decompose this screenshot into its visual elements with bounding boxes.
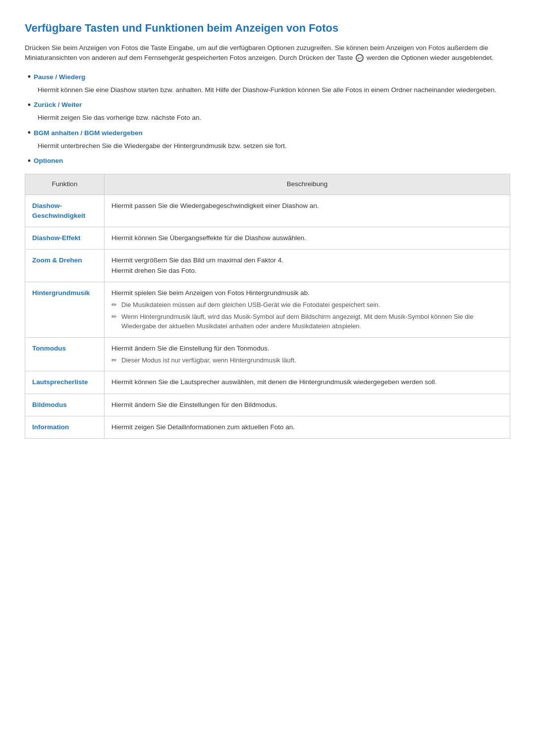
- pencil-icon: ✏: [111, 312, 119, 322]
- description-text: Hiermit zeigen Sie Detailinformationen z…: [111, 423, 295, 431]
- table-row: InformationHiermit zeigen Sie Detailinfo…: [25, 416, 510, 438]
- table-cell-description: Hiermit ändern Sie die Einstellungen für…: [105, 394, 510, 416]
- bullet-desc-zurueck: Hiermit zeigen Sie das vorherige bzw. nä…: [38, 113, 510, 123]
- description-text: Hiermit ändern Sie die Einstellung für d…: [111, 345, 269, 352]
- description-text: Hiermit vergrößern Sie das Bild um maxim…: [111, 256, 283, 274]
- table-cell-description: Hiermit können Sie die Lautsprecher ausw…: [105, 371, 510, 394]
- table-cell-function: Diashow-Geschwindigkeit: [25, 195, 105, 227]
- table-cell-function: Lautsprecherliste: [25, 371, 105, 394]
- bullet-item-zurueck: • Zurück / Weiter: [25, 100, 510, 110]
- col-description-header: Beschreibung: [105, 174, 510, 195]
- description-text: Hiermit können Sie Übergangseffekte für …: [111, 234, 306, 242]
- note-text: Wenn Hintergrundmusik läuft, wird das Mu…: [121, 312, 503, 331]
- bullet-item-optionen: • Optionen: [25, 156, 510, 166]
- description-text: Hiermit ändern Sie die Einstellungen für…: [111, 401, 277, 408]
- note-item: ✏Wenn Hintergrundmusik läuft, wird das M…: [111, 312, 503, 331]
- note-item: ✏Dieser Modus ist nur verfügbar, wenn Hi…: [111, 355, 503, 365]
- table-row: LautsprecherlisteHiermit können Sie die …: [25, 371, 510, 394]
- bullet-label-pause: Pause / Wiederg: [34, 72, 85, 82]
- table-cell-description: Hiermit zeigen Sie Detailinformationen z…: [105, 416, 510, 438]
- note-text: Die Musikdateien müssen auf dem gleichen…: [121, 300, 380, 310]
- pencil-icon: ✏: [111, 355, 119, 365]
- col-function-header: Funktion: [25, 174, 105, 195]
- table-row: Diashow-EffektHiermit können Sie Übergan…: [25, 227, 510, 250]
- table-cell-description: Hiermit vergrößern Sie das Bild um maxim…: [105, 250, 510, 282]
- bullet-desc-bgm: Hiermit unterbrechen Sie die Wiedergabe …: [38, 141, 510, 151]
- page-title: Verfügbare Tasten und Funktionen beim An…: [25, 20, 510, 36]
- bullet-desc-pause: Hiermit können Sie eine Diashow starten …: [38, 85, 510, 95]
- bullet-dot-1: •: [25, 73, 34, 82]
- description-text: Hiermit können Sie die Lautsprecher ausw…: [111, 378, 437, 386]
- description-text: Hiermit spielen Sie beim Anzeigen von Fo…: [111, 289, 310, 297]
- bullet-dot-3: •: [25, 129, 34, 138]
- bullet-item-bgm: • BGM anhalten / BGM wiedergeben: [25, 128, 510, 138]
- table-row: BildmodusHiermit ändern Sie die Einstell…: [25, 394, 510, 416]
- table-cell-description: Hiermit können Sie Übergangseffekte für …: [105, 227, 510, 250]
- intro-paragraph: Drücken Sie beim Anzeigen von Fotos die …: [25, 43, 510, 63]
- table-cell-function: Hintergrundmusik: [25, 282, 105, 337]
- table-cell-description: Hiermit spielen Sie beim Anzeigen von Fo…: [105, 282, 510, 337]
- table-cell-function: Zoom & Drehen: [25, 250, 105, 282]
- note-item: ✏Die Musikdateien müssen auf dem gleiche…: [111, 300, 503, 310]
- table-cell-description: Hiermit passen Sie die Wiedergabegeschwi…: [105, 195, 510, 227]
- table-row: Zoom & DrehenHiermit vergrößern Sie das …: [25, 250, 510, 282]
- table-row: HintergrundmusikHiermit spielen Sie beim…: [25, 282, 510, 337]
- table-cell-description: Hiermit ändern Sie die Einstellung für d…: [105, 337, 510, 371]
- table-cell-function: Information: [25, 416, 105, 438]
- bullet-dot-2: •: [25, 101, 34, 109]
- note-text: Dieser Modus ist nur verfügbar, wenn Hin…: [121, 355, 296, 365]
- pencil-icon: ✏: [111, 300, 119, 310]
- table-cell-function: Bildmodus: [25, 394, 105, 416]
- bullet-label-bgm: BGM anhalten / BGM wiedergeben: [34, 128, 143, 138]
- description-text: Hiermit passen Sie die Wiedergabegeschwi…: [111, 202, 319, 209]
- table-cell-function: Tonmodus: [25, 337, 105, 371]
- options-table: Funktion Beschreibung Diashow-Geschwindi…: [25, 174, 510, 439]
- back-icon: [356, 54, 364, 62]
- bullet-label-zurueck: Zurück / Weiter: [34, 100, 82, 110]
- bullet-item-pause: • Pause / Wiederg: [25, 72, 510, 82]
- bullet-list: • Pause / Wiederg Hiermit können Sie ein…: [25, 72, 510, 166]
- bullet-dot-4: •: [25, 156, 34, 165]
- bullet-label-optionen: Optionen: [34, 156, 63, 166]
- table-cell-function: Diashow-Effekt: [25, 227, 105, 250]
- table-row: Diashow-GeschwindigkeitHiermit passen Si…: [25, 195, 510, 227]
- table-row: TonmodusHiermit ändern Sie die Einstellu…: [25, 337, 510, 371]
- table-header-row: Funktion Beschreibung: [25, 174, 510, 195]
